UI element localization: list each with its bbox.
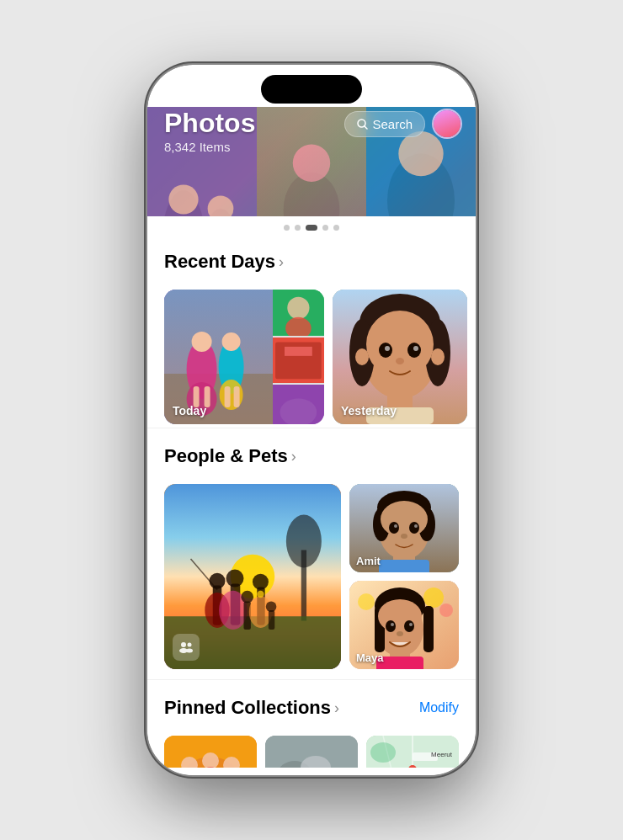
svg-point-60 [286, 515, 322, 568]
svg-point-104 [378, 599, 422, 633]
phone-shell: 9:41 [147, 65, 476, 775]
maya-name: Maya [356, 651, 384, 664]
svg-point-54 [431, 348, 445, 365]
recent-days-header: Recent Days › [164, 251, 459, 273]
svg-point-108 [409, 623, 413, 626]
pinned-collections-section: Pinned Collections › Modify [147, 683, 476, 736]
scroll-content[interactable]: Recent Days › [147, 237, 476, 768]
svg-point-109 [397, 631, 403, 636]
svg-point-76 [266, 601, 277, 612]
phone-screen: 9:41 [147, 65, 476, 775]
search-button[interactable]: Search [344, 111, 425, 137]
battery-icon [430, 85, 452, 98]
signal-bar-1 [391, 94, 394, 97]
recent-days-title: Recent Days [164, 251, 275, 273]
svg-point-51 [413, 346, 418, 351]
search-icon [357, 119, 368, 130]
svg-point-52 [396, 358, 404, 364]
signal-bar-2 [396, 93, 398, 97]
people-main-card[interactable] [164, 484, 341, 669]
svg-point-77 [181, 642, 186, 647]
svg-point-67 [226, 570, 244, 587]
svg-rect-103 [423, 606, 434, 652]
people-pets-header: People & Pets › [164, 445, 459, 467]
status-icons [391, 85, 452, 98]
recent-days-chevron[interactable]: › [279, 253, 284, 271]
svg-point-98 [439, 603, 453, 617]
svg-point-70 [241, 591, 253, 603]
signal-bars-icon [391, 87, 407, 97]
dynamic-island [261, 75, 362, 104]
yesterday-label: Yesterday [341, 404, 397, 417]
divider-2 [147, 679, 476, 680]
page-dot-2[interactable] [295, 225, 301, 231]
svg-point-80 [186, 649, 193, 653]
yesterday-card[interactable]: Yesterday [333, 290, 467, 424]
svg-point-89 [409, 522, 419, 534]
svg-point-5 [168, 184, 198, 214]
maya-card[interactable]: Maya [349, 581, 459, 669]
svg-point-97 [423, 587, 444, 608]
side-photo-1 [273, 290, 324, 336]
amit-card[interactable]: Amit [349, 484, 459, 572]
header-controls: Search [344, 109, 462, 139]
svg-point-106 [404, 620, 414, 632]
pinned-collections-title: Pinned Collections [164, 697, 331, 719]
svg-point-88 [389, 522, 399, 534]
page-dot-5[interactable] [333, 225, 339, 231]
modify-button[interactable]: Modify [419, 700, 459, 715]
svg-point-72 [253, 574, 269, 590]
pinned-card-3[interactable]: Meerut Ghaz... [366, 736, 459, 768]
svg-point-105 [386, 620, 396, 632]
today-card[interactable]: Today [164, 290, 324, 424]
people-group-icon [173, 634, 200, 661]
svg-point-50 [385, 346, 390, 351]
avatar[interactable] [432, 109, 462, 139]
page-dot-4[interactable] [322, 225, 328, 231]
today-label: Today [173, 404, 206, 417]
divider-1 [147, 428, 476, 428]
avatar-image [434, 110, 461, 137]
svg-rect-1 [431, 87, 448, 94]
side-photo-2 [273, 338, 324, 384]
svg-point-90 [394, 524, 397, 528]
items-count: 8,342 Items [164, 140, 459, 154]
svg-point-74 [257, 591, 264, 598]
page-dot-3[interactable] [306, 225, 317, 231]
recent-days-row[interactable]: Today [147, 290, 476, 424]
page-dots [147, 216, 476, 237]
svg-point-91 [414, 524, 418, 528]
svg-rect-38 [285, 347, 312, 356]
pinned-collections-chevron[interactable]: › [334, 699, 339, 717]
people-pets-title: People & Pets [164, 445, 288, 467]
svg-line-19 [365, 125, 368, 129]
svg-point-107 [391, 623, 394, 626]
svg-point-24 [192, 332, 212, 352]
today-side-photos [273, 290, 324, 424]
map-label-meerut: Meerut [431, 751, 452, 758]
svg-rect-31 [225, 386, 231, 407]
page-dot-1[interactable] [284, 225, 290, 231]
signal-bar-4 [404, 89, 407, 97]
svg-point-87 [381, 501, 428, 538]
svg-point-47 [366, 311, 434, 378]
pinned-row[interactable]: Meerut Ghaz... [147, 736, 476, 768]
signal-bar-3 [400, 91, 402, 97]
recent-days-section: Recent Days › [147, 237, 476, 290]
pinned-card-2[interactable] [265, 736, 358, 768]
svg-point-53 [355, 348, 369, 365]
amit-name: Amit [356, 555, 381, 567]
search-label: Search [372, 117, 413, 131]
svg-point-92 [401, 534, 407, 539]
pinned-card-1[interactable] [164, 736, 257, 768]
svg-rect-75 [269, 610, 274, 630]
sunset-photo [164, 484, 341, 669]
svg-point-135 [370, 742, 396, 763]
svg-point-99 [358, 593, 375, 610]
svg-rect-32 [234, 386, 240, 407]
svg-point-27 [222, 332, 241, 351]
people-side-cards: Amit [349, 484, 459, 669]
people-pets-chevron[interactable]: › [291, 448, 296, 465]
people-pets-row: Amit [147, 484, 476, 669]
svg-point-79 [188, 643, 192, 647]
